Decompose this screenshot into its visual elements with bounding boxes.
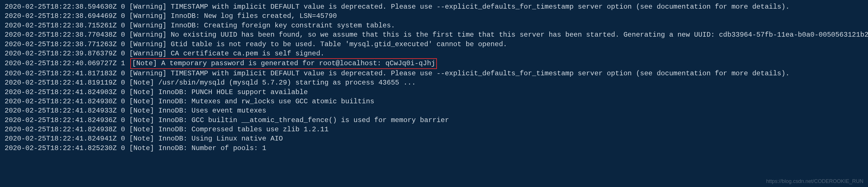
log-line: 2020-02-25T18:22:38.694469Z 0 [Warning] …	[5, 11, 863, 21]
log-text: 2020-02-25T18:22:38.771263Z 0 [Warning] …	[5, 40, 507, 49]
log-text: 2020-02-25T18:22:41.824930Z 0 [Note] Inn…	[5, 97, 374, 106]
log-line: 2020-02-25T18:22:38.715261Z 0 [Warning] …	[5, 21, 863, 30]
log-line: 2020-02-25T18:22:38.771263Z 0 [Warning] …	[5, 40, 863, 49]
log-text: 2020-02-25T18:22:41.824933Z 0 [Note] Inn…	[5, 106, 266, 116]
log-line: 2020-02-25T18:22:41.824938Z 0 [Note] Inn…	[5, 125, 863, 134]
log-text: 2020-02-25T18:22:41.824941Z 0 [Note] Inn…	[5, 134, 283, 144]
log-line: 2020-02-25T18:22:41.817183Z 0 [Warning] …	[5, 69, 863, 78]
log-text: 2020-02-25T18:22:41.824903Z 0 [Note] Inn…	[5, 88, 308, 97]
log-text: 2020-02-25T18:22:41.819119Z 0 [Note] /us…	[5, 78, 416, 88]
highlighted-password-line: [Note] A temporary password is generated…	[130, 58, 437, 69]
log-line: 2020-02-25T18:22:41.819119Z 0 [Note] /us…	[5, 78, 863, 88]
log-prefix: 2020-02-25T18:22:40.069727Z 1	[5, 59, 129, 68]
log-line: 2020-02-25T18:22:41.824930Z 0 [Note] Inn…	[5, 97, 863, 106]
watermark-text: https://blog.csdn.net/CODEROOKIE_RUN	[766, 178, 863, 185]
log-line: 2020-02-25T18:22:41.824941Z 0 [Note] Inn…	[5, 134, 863, 144]
log-line: 2020-02-25T18:22:40.069727Z 1 [Note] A t…	[5, 58, 863, 69]
log-line: 2020-02-25T18:22:41.825230Z 0 [Note] Inn…	[5, 144, 863, 153]
log-text: 2020-02-25T18:22:38.694469Z 0 [Warning] …	[5, 11, 337, 21]
log-line: 2020-02-25T18:22:39.876379Z 0 [Warning] …	[5, 49, 863, 58]
log-text: 2020-02-25T18:22:38.594630Z 0 [Warning] …	[5, 2, 789, 11]
log-line: 2020-02-25T18:22:41.824933Z 0 [Note] Inn…	[5, 106, 863, 116]
log-text: 2020-02-25T18:22:38.770438Z 0 [Warning] …	[5, 30, 868, 39]
log-text: 2020-02-25T18:22:39.876379Z 0 [Warning] …	[5, 49, 324, 58]
log-line: 2020-02-25T18:22:38.594630Z 0 [Warning] …	[5, 2, 863, 11]
terminal-output[interactable]: 2020-02-25T18:22:38.594630Z 0 [Warning] …	[5, 2, 863, 153]
log-text: 2020-02-25T18:22:41.824938Z 0 [Note] Inn…	[5, 125, 329, 134]
log-text: 2020-02-25T18:22:41.817183Z 0 [Warning] …	[5, 69, 789, 78]
log-line: 2020-02-25T18:22:41.824903Z 0 [Note] Inn…	[5, 88, 863, 97]
log-line: 2020-02-25T18:22:38.770438Z 0 [Warning] …	[5, 30, 863, 39]
log-line: 2020-02-25T18:22:41.824936Z 0 [Note] Inn…	[5, 116, 863, 125]
log-text: 2020-02-25T18:22:38.715261Z 0 [Warning] …	[5, 21, 395, 30]
log-text: 2020-02-25T18:22:41.825230Z 0 [Note] Inn…	[5, 144, 266, 153]
log-text: 2020-02-25T18:22:41.824936Z 0 [Note] Inn…	[5, 116, 449, 125]
